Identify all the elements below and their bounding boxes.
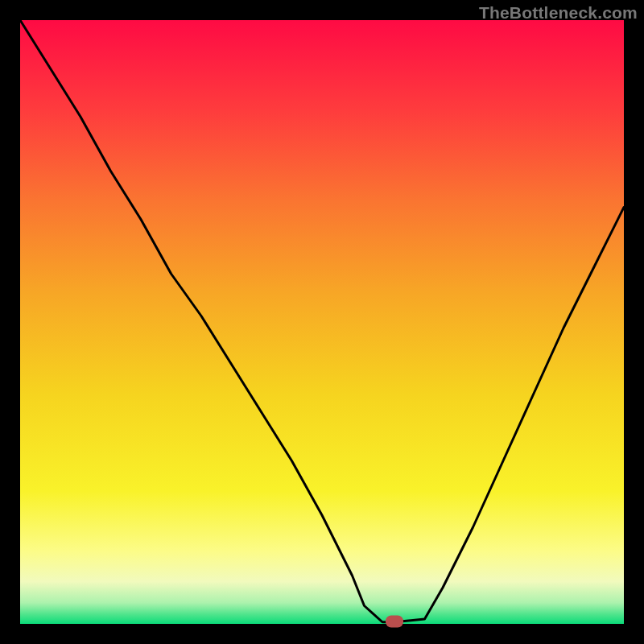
chart-frame: TheBottleneck.com	[0, 0, 644, 644]
watermark-text: TheBottleneck.com	[479, 3, 638, 23]
current-point-marker	[386, 616, 403, 628]
bottleneck-chart	[20, 20, 624, 624]
gradient-background	[20, 20, 624, 624]
